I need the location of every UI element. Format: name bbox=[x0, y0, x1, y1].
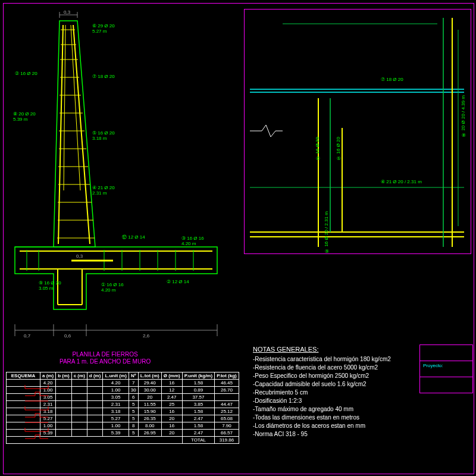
tb-row-2: Proyecto: bbox=[419, 361, 473, 377]
callout-c3: ⑦ 18 Ø 20 bbox=[92, 74, 115, 80]
callout-c11: ② 12 Ø 14 bbox=[167, 280, 189, 285]
rebar-schedule-table: ESQUEMAa (m)b (m)c (m)d (m)L.unit (m)NºL… bbox=[6, 372, 239, 444]
wall-section bbox=[9, 12, 223, 345]
rc1: ⑦ 18 Ø 20 bbox=[381, 77, 403, 83]
callout-c4: ⑤ 16 Ø 203.18 m bbox=[92, 131, 115, 142]
wall-elevation bbox=[247, 12, 467, 250]
callout-c8: ③ 16 Ø 164.20 m bbox=[181, 236, 204, 247]
callout-c6: ④ 21 Ø 202.31 m bbox=[92, 186, 115, 196]
dim-wall: 0,3 bbox=[76, 253, 83, 259]
dim-bm: 0,6 bbox=[64, 333, 71, 339]
dim-top: 0,3 bbox=[64, 10, 70, 15]
callout-c7: ⑫ 12 Ø 14 bbox=[122, 235, 145, 240]
tb-row-3 bbox=[419, 377, 473, 393]
svg-line-2 bbox=[73, 25, 90, 244]
tb-row-1 bbox=[419, 345, 473, 361]
callout-c10: ① 16 Ø 164.20 m bbox=[101, 283, 124, 293]
rc2: ② 16 Ø 20 bbox=[315, 137, 321, 161]
titleblock: Proyecto: bbox=[419, 345, 473, 393]
dim-br: 2,6 bbox=[143, 333, 149, 339]
callout-c9: ⑨ 16 Ø 203.05 m bbox=[39, 281, 61, 292]
table-title: PLANILLA DE FIERROSPARA 1 m. DE ANCHO DE… bbox=[60, 351, 151, 365]
rc6: ⑥ 16 Ø 20 / 2.31 m bbox=[324, 211, 330, 253]
svg-line-1 bbox=[58, 25, 63, 244]
rc4: ⑧ 20 Ø 20 / 4.39 m bbox=[461, 95, 466, 137]
callout-c1: ⑥ 29 Ø 205.27 m bbox=[92, 24, 115, 35]
rc3: ⑤ 16 Ø 20 bbox=[336, 137, 342, 161]
svg-line-3 bbox=[64, 25, 65, 190]
dim-bl: 0,7 bbox=[24, 333, 30, 339]
callout-c2: ② 16 Ø 20 bbox=[15, 71, 37, 77]
rc5: ④ 21 Ø 20 / 2.31 m bbox=[381, 180, 422, 185]
callout-c5: ⑧ 20 Ø 205.39 m bbox=[13, 112, 36, 123]
